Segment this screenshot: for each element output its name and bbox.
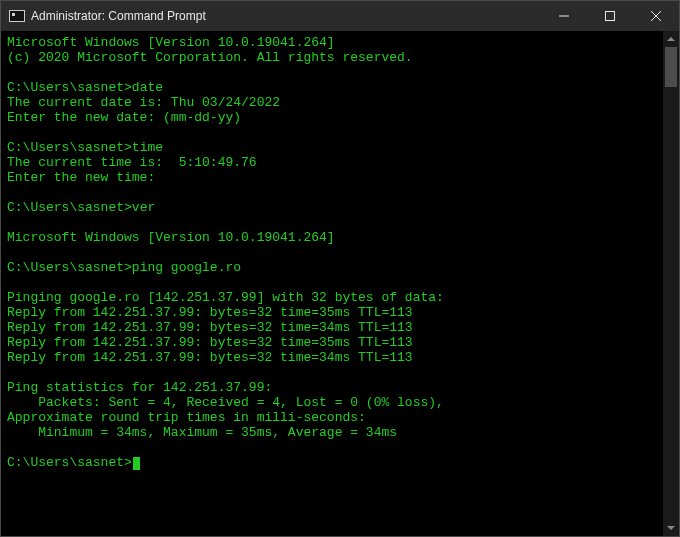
ping-reply: Reply from 142.251.37.99: bytes=32 time=… bbox=[7, 350, 413, 365]
svg-marker-5 bbox=[667, 526, 675, 530]
ver-command: ver bbox=[132, 200, 155, 215]
ping-rtt-values: Minimum = 34ms, Maximum = 35ms, Average … bbox=[7, 425, 397, 440]
scrollbar-thumb[interactable] bbox=[665, 47, 677, 87]
prompt: C:\Users\sasnet> bbox=[7, 260, 132, 275]
os-version-line: Microsoft Windows [Version 10.0.19041.26… bbox=[7, 35, 335, 50]
date-result: The current date is: Thu 03/24/2022 bbox=[7, 95, 280, 110]
svg-marker-4 bbox=[667, 37, 675, 41]
vertical-scrollbar[interactable] bbox=[663, 31, 679, 536]
cmd-icon bbox=[9, 10, 25, 22]
date-command: date bbox=[132, 80, 163, 95]
ver-result: Microsoft Windows [Version 10.0.19041.26… bbox=[7, 230, 335, 245]
maximize-icon bbox=[605, 11, 615, 21]
titlebar[interactable]: Administrator: Command Prompt bbox=[1, 1, 679, 31]
prompt: C:\Users\sasnet> bbox=[7, 140, 132, 155]
window-title: Administrator: Command Prompt bbox=[31, 9, 541, 23]
ping-rtt-header: Approximate round trip times in milli-se… bbox=[7, 410, 366, 425]
svg-rect-1 bbox=[606, 12, 615, 21]
maximize-button[interactable] bbox=[587, 1, 633, 31]
prompt: C:\Users\sasnet> bbox=[7, 455, 132, 470]
ping-packets: Packets: Sent = 4, Received = 4, Lost = … bbox=[7, 395, 444, 410]
command-prompt-window: Administrator: Command Prompt Microsoft … bbox=[0, 0, 680, 537]
time-result: The current time is: 5:10:49.76 bbox=[7, 155, 257, 170]
close-icon bbox=[651, 11, 661, 21]
prompt: C:\Users\sasnet> bbox=[7, 80, 132, 95]
scroll-down-arrow-icon[interactable] bbox=[663, 520, 679, 536]
terminal-area: Microsoft Windows [Version 10.0.19041.26… bbox=[1, 31, 679, 536]
minimize-icon bbox=[559, 11, 569, 21]
ping-stats-header: Ping statistics for 142.251.37.99: bbox=[7, 380, 272, 395]
time-input-prompt: Enter the new time: bbox=[7, 170, 155, 185]
minimize-button[interactable] bbox=[541, 1, 587, 31]
close-button[interactable] bbox=[633, 1, 679, 31]
ping-command: ping google.ro bbox=[132, 260, 241, 275]
scrollbar-track[interactable] bbox=[663, 47, 679, 520]
cursor bbox=[133, 457, 140, 470]
ping-header: Pinging google.ro [142.251.37.99] with 3… bbox=[7, 290, 444, 305]
terminal[interactable]: Microsoft Windows [Version 10.0.19041.26… bbox=[1, 31, 663, 536]
ping-reply: Reply from 142.251.37.99: bytes=32 time=… bbox=[7, 335, 413, 350]
window-controls bbox=[541, 1, 679, 31]
date-input-prompt: Enter the new date: (mm-dd-yy) bbox=[7, 110, 241, 125]
time-command: time bbox=[132, 140, 163, 155]
prompt: C:\Users\sasnet> bbox=[7, 200, 132, 215]
scroll-up-arrow-icon[interactable] bbox=[663, 31, 679, 47]
copyright-line: (c) 2020 Microsoft Corporation. All righ… bbox=[7, 50, 413, 65]
ping-reply: Reply from 142.251.37.99: bytes=32 time=… bbox=[7, 320, 413, 335]
ping-reply: Reply from 142.251.37.99: bytes=32 time=… bbox=[7, 305, 413, 320]
